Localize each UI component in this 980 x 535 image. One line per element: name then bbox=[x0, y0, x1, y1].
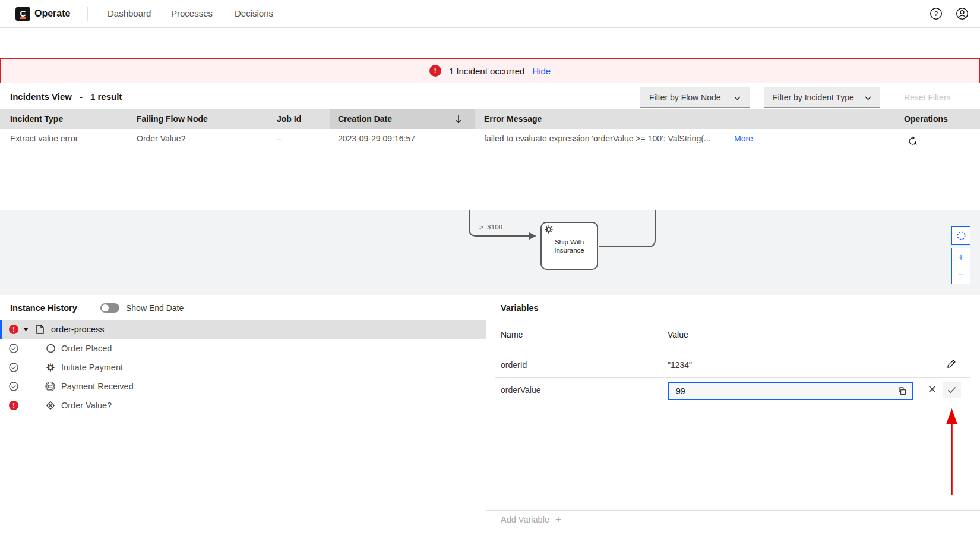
retry-incident-icon[interactable] bbox=[908, 134, 918, 144]
incident-state-icon: ! bbox=[9, 325, 18, 334]
filter-by-incident-type-dropdown[interactable]: Filter by Incident Type bbox=[764, 87, 880, 108]
chevron-down-icon bbox=[734, 93, 741, 102]
col-error-message: Error Message bbox=[484, 109, 542, 129]
error-message-cell: failed to evaluate expression 'orderValu… bbox=[484, 129, 711, 149]
history-row-payment-received[interactable]: Payment Received bbox=[0, 377, 486, 396]
col-failing-flow-node: Failing Flow Node bbox=[137, 109, 208, 129]
history-row-order-process[interactable]: ! order-process bbox=[0, 320, 486, 339]
history-row-initiate-payment[interactable]: Initiate Payment bbox=[0, 358, 486, 377]
incidents-view-title-row: Incidents View - 1 result bbox=[10, 92, 122, 102]
task-ship-with-insurance[interactable]: Ship With Insurance bbox=[540, 222, 598, 270]
col-incident-type: Incident Type bbox=[10, 109, 63, 129]
error-message-more-link[interactable]: More bbox=[734, 129, 753, 149]
incident-table-row[interactable]: Extract value error Order Value? -- 2023… bbox=[0, 129, 980, 149]
col-creation-date[interactable]: Creation Date bbox=[338, 109, 392, 129]
process-document-icon bbox=[36, 325, 44, 334]
sort-descending-icon[interactable] bbox=[455, 115, 462, 123]
row-divider bbox=[495, 402, 970, 402]
user-avatar-icon[interactable] bbox=[956, 7, 969, 23]
reset-filters-button[interactable]: Reset Filters bbox=[904, 93, 951, 102]
creation-date-cell: 2023-09-29 09:16:57 bbox=[338, 129, 415, 149]
history-row-order-value[interactable]: ! Order Value? bbox=[0, 396, 486, 415]
tab-dashboard[interactable]: Dashboard bbox=[108, 8, 151, 18]
instance-history-title: Instance History bbox=[10, 303, 77, 313]
copy-value-icon[interactable] bbox=[897, 386, 912, 396]
variables-value-header: Value bbox=[668, 330, 688, 339]
panel-divider bbox=[486, 295, 486, 535]
variables-footer-divider bbox=[486, 510, 980, 511]
filter-by-flow-node-dropdown[interactable]: Filter by Flow Node bbox=[640, 87, 750, 108]
diagram-reset-zoom-button[interactable] bbox=[951, 226, 970, 245]
tab-decisions[interactable]: Decisions bbox=[235, 8, 273, 18]
message-catch-event-icon bbox=[45, 382, 55, 392]
add-variable-button[interactable]: Add Variable + bbox=[501, 514, 561, 524]
variable-value-edit-field bbox=[668, 382, 913, 400]
topbar: C Operate Dashboard Processes Decisions … bbox=[0, 0, 980, 28]
task-label: Ship With Insurance bbox=[542, 238, 597, 255]
job-id-cell: -- bbox=[276, 129, 281, 149]
start-event-icon bbox=[46, 344, 55, 353]
show-end-date-label: Show End Date bbox=[126, 303, 184, 313]
row-divider bbox=[495, 377, 970, 378]
app-name: Operate bbox=[34, 8, 70, 19]
instance-header: ! Process Name order-process Process Ins… bbox=[0, 28, 980, 58]
exclusive-gateway-icon bbox=[46, 401, 55, 410]
fit-diagram-icon bbox=[956, 231, 966, 241]
col-job-id: Job Id bbox=[277, 109, 301, 129]
plus-icon: + bbox=[555, 514, 561, 524]
failing-flow-node-cell: Order Value? bbox=[137, 129, 185, 149]
banner-error-icon: ! bbox=[429, 65, 441, 77]
variables-name-header: Name bbox=[501, 330, 523, 339]
tab-processes[interactable]: Processes bbox=[171, 8, 213, 18]
help-icon[interactable]: ? bbox=[930, 7, 943, 23]
cancel-edit-x-icon[interactable] bbox=[928, 385, 936, 393]
incident-banner-message: 1 Incident occurred bbox=[449, 66, 525, 76]
camunda-logo[interactable]: C bbox=[15, 7, 30, 21]
incidents-view-title: Incidents View bbox=[10, 92, 72, 102]
diagram-zoom-out-button[interactable]: − bbox=[951, 266, 970, 284]
col-operations: Operations bbox=[904, 109, 948, 129]
row-divider bbox=[495, 353, 970, 353]
save-variable-check-icon[interactable] bbox=[943, 382, 961, 398]
sequence-flow-label: >=$100 bbox=[479, 224, 502, 231]
svg-text:?: ? bbox=[934, 10, 938, 17]
show-end-date-toggle[interactable] bbox=[100, 303, 119, 313]
incidents-view-result-count: 1 result bbox=[90, 92, 122, 102]
variable-value-input[interactable] bbox=[669, 386, 897, 396]
red-annotation-arrow bbox=[945, 408, 959, 496]
edit-variable-pencil-icon[interactable] bbox=[947, 359, 956, 369]
variables-title: Variables bbox=[501, 303, 539, 313]
incident-banner-hide-link[interactable]: Hide bbox=[532, 66, 551, 76]
operate-process-instance-page: C Operate Dashboard Processes Decisions … bbox=[0, 0, 980, 535]
variable-value-orderid: "1234" bbox=[668, 360, 692, 370]
incident-state-icon: ! bbox=[9, 401, 18, 410]
chevron-down-icon bbox=[865, 93, 871, 102]
variable-name-ordervalue: orderValue bbox=[501, 385, 540, 395]
completed-check-icon bbox=[9, 382, 18, 391]
caret-down-icon[interactable] bbox=[23, 328, 29, 331]
incidents-view-separator: - bbox=[80, 92, 83, 102]
bottom-panels: Instance History Show End Date ! order-p… bbox=[0, 295, 980, 535]
completed-check-icon bbox=[9, 344, 18, 353]
variable-name-orderid: orderId bbox=[501, 360, 527, 370]
topbar-divider bbox=[87, 7, 88, 21]
incidents-table-header: Incident Type Failing Flow Node Job Id C… bbox=[0, 109, 980, 129]
service-task-gear-icon bbox=[545, 225, 553, 236]
incident-banner: ! 1 Incident occurred Hide bbox=[0, 58, 980, 83]
camunda-logo-letter: C bbox=[20, 9, 26, 18]
completed-check-icon bbox=[9, 363, 18, 372]
bpmn-diagram-canvas[interactable]: >=$100 Ship With Insurance + − bbox=[0, 210, 980, 295]
toggle-knob bbox=[102, 304, 109, 311]
diagram-zoom-in-button[interactable]: + bbox=[951, 248, 970, 266]
history-row-order-placed[interactable]: Order Placed bbox=[0, 339, 486, 358]
incident-type-cell: Extract value error bbox=[10, 129, 78, 149]
service-task-gear-icon bbox=[46, 363, 55, 372]
variables-header-divider bbox=[486, 319, 980, 319]
